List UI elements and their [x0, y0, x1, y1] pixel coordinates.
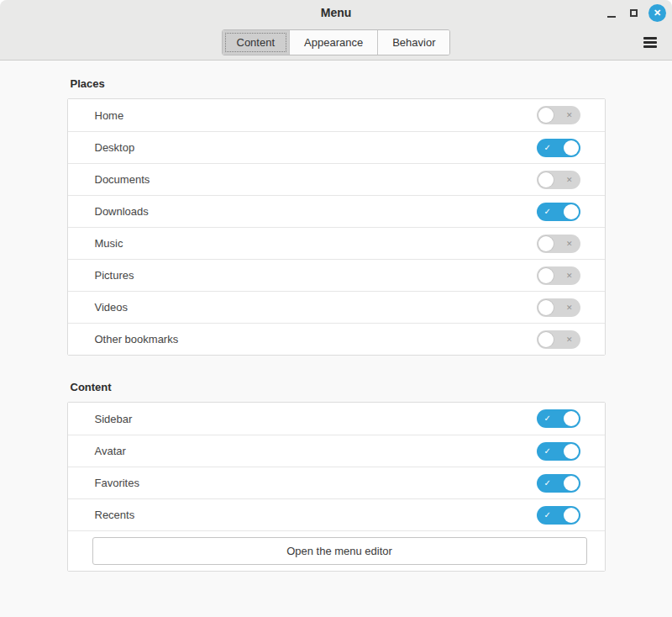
toggle-avatar[interactable]: ✓	[537, 442, 580, 461]
settings-row: Music✕	[68, 227, 605, 259]
row-label: Desktop	[95, 141, 135, 154]
maximize-button[interactable]	[622, 2, 644, 24]
toggle-knob	[538, 300, 554, 315]
toggle-knob	[564, 476, 579, 491]
settings-window: Menu ✕ ContentAppearanceBehavior PlacesH…	[0, 0, 672, 617]
check-icon: ✓	[544, 506, 551, 525]
row-label: Other bookmarks	[95, 333, 179, 345]
toggle-knob	[538, 172, 554, 187]
row-label: Videos	[95, 301, 129, 314]
row-label: Sidebar	[95, 413, 133, 425]
settings-panel: Home✕Desktop✓Documents✕Downloads✓Music✕P…	[67, 98, 606, 356]
section-title: Places	[71, 77, 606, 90]
settings-content: PlacesHome✕Desktop✓Documents✕Downloads✓M…	[0, 61, 672, 617]
toggle-downloads[interactable]: ✓	[537, 203, 580, 221]
close-icon: ✕	[654, 8, 661, 17]
toolbar: ContentAppearanceBehavior	[0, 25, 672, 61]
tab-group: ContentAppearanceBehavior	[222, 29, 451, 55]
settings-row: Desktop✓	[68, 131, 605, 163]
toggle-desktop[interactable]: ✓	[537, 139, 580, 157]
row-label: Recents	[95, 509, 135, 521]
settings-row: Home✕	[68, 99, 605, 131]
toggle-knob	[564, 444, 579, 459]
close-button[interactable]: ✕	[648, 4, 666, 22]
settings-row: Videos✕	[68, 291, 605, 323]
settings-row: Other bookmarks✕	[68, 323, 605, 355]
toggle-knob	[538, 268, 554, 283]
toggle-knob	[564, 508, 579, 523]
window-controls: ✕	[601, 0, 666, 25]
settings-row: Downloads✓	[68, 195, 605, 227]
toggle-knob	[538, 236, 554, 251]
toggle-knob	[538, 108, 554, 123]
toggle-music[interactable]: ✕	[537, 235, 580, 253]
section-content: ContentSidebar✓Avatar✓Favorites✓Recents✓…	[67, 381, 606, 572]
check-icon: ✓	[544, 474, 551, 493]
section-places: PlacesHome✕Desktop✓Documents✕Downloads✓M…	[67, 77, 606, 356]
row-label: Music	[95, 237, 123, 250]
cross-icon: ✕	[566, 298, 573, 317]
minimize-button[interactable]	[601, 2, 622, 24]
hamburger-icon	[643, 35, 657, 50]
toggle-knob	[564, 411, 579, 426]
toggle-recents[interactable]: ✓	[537, 506, 580, 525]
settings-row: Pictures✕	[68, 259, 605, 291]
row-label: Downloads	[95, 205, 149, 218]
toggle-favorites[interactable]: ✓	[537, 474, 580, 493]
row-label: Pictures	[95, 269, 134, 282]
tab-content[interactable]: Content	[223, 30, 290, 55]
tab-behavior[interactable]: Behavior	[377, 30, 449, 55]
toggle-knob	[564, 204, 579, 219]
cross-icon: ✕	[566, 266, 573, 285]
row-label: Documents	[95, 173, 150, 186]
check-icon: ✓	[544, 139, 551, 157]
titlebar[interactable]: Menu ✕	[0, 0, 672, 25]
maximize-icon	[630, 9, 638, 17]
settings-row: Favorites✓	[68, 467, 605, 498]
row-label: Avatar	[95, 445, 126, 457]
app-menu-button[interactable]	[636, 29, 664, 56]
cross-icon: ✕	[566, 235, 573, 253]
check-icon: ✓	[544, 442, 551, 461]
minimize-icon	[607, 16, 616, 18]
settings-row: Documents✕	[68, 163, 605, 195]
settings-row: Recents✓	[68, 498, 605, 530]
settings-panel: Sidebar✓Avatar✓Favorites✓Recents✓Open th…	[67, 402, 606, 572]
section-title: Content	[71, 381, 606, 393]
tab-appearance[interactable]: Appearance	[289, 30, 377, 55]
open-the-menu-editor-button[interactable]: Open the menu editor	[92, 537, 587, 565]
toggle-other-bookmarks[interactable]: ✕	[537, 330, 580, 349]
row-label: Favorites	[95, 477, 139, 489]
settings-row: Avatar✓	[68, 435, 605, 467]
button-row: Open the menu editor	[68, 530, 605, 571]
check-icon: ✓	[544, 203, 551, 221]
cross-icon: ✕	[566, 330, 573, 349]
toggle-pictures[interactable]: ✕	[537, 266, 580, 285]
toggle-home[interactable]: ✕	[537, 106, 580, 124]
toggle-sidebar[interactable]: ✓	[537, 409, 580, 428]
window-title: Menu	[321, 6, 352, 19]
toggle-knob	[564, 140, 579, 156]
cross-icon: ✕	[566, 106, 573, 124]
row-label: Home	[95, 109, 124, 122]
settings-row: Sidebar✓	[68, 403, 605, 435]
toggle-documents[interactable]: ✕	[537, 171, 580, 189]
toggle-videos[interactable]: ✕	[537, 298, 580, 317]
toggle-knob	[538, 332, 554, 347]
check-icon: ✓	[544, 409, 551, 428]
cross-icon: ✕	[566, 171, 573, 189]
